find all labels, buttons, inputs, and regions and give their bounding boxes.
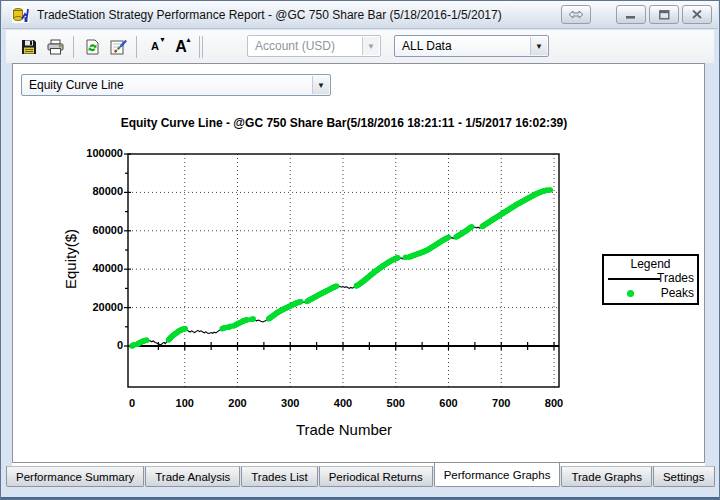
legend-line-sample (608, 278, 660, 280)
account-combo: Account (USD) ▼ (247, 35, 381, 57)
save-button[interactable] (16, 34, 42, 59)
minimize-button[interactable] (616, 5, 646, 24)
maximize-icon (659, 10, 670, 20)
data-interval-combo-value: ALL Data (402, 39, 452, 53)
y-tick-label: 80000 (63, 185, 123, 197)
window-bottom-frame (1, 497, 719, 499)
y-tick-label: 20000 (63, 301, 123, 313)
toolbar: A ▼ A ▲ Account (USD) ▼ ALL Data ▼ (6, 30, 714, 63)
save-icon (21, 39, 37, 55)
print-button[interactable] (42, 34, 68, 59)
tab-bar: Performance SummaryTrade AnalysisTrades … (6, 466, 715, 492)
x-tick-label: 100 (160, 397, 210, 409)
x-tick-label: 800 (529, 397, 579, 409)
toolbar-separator (199, 36, 200, 58)
y-tick-label: 60000 (63, 224, 123, 236)
x-tick-label: 400 (318, 397, 368, 409)
toolbar-separator (202, 36, 203, 58)
dock-button[interactable] (561, 5, 591, 24)
close-button[interactable] (682, 5, 712, 24)
maximize-button[interactable] (649, 5, 679, 24)
titlebar: TradeStation Strategy Performance Report… (2, 1, 718, 29)
graph-type-combo-value: Equity Curve Line (29, 78, 124, 92)
legend-dot-sample (627, 290, 634, 297)
x-tick-label: 700 (476, 397, 526, 409)
equity-curve-plot (128, 154, 559, 387)
arrow-down-icon: ▼ (159, 36, 166, 43)
legend-label: Peaks (661, 286, 694, 300)
data-interval-combo[interactable]: ALL Data ▼ (394, 35, 549, 57)
x-axis-label: Trade Number (244, 421, 444, 438)
edit-report-icon (110, 39, 127, 55)
tab-trades-list[interactable]: Trades List (241, 466, 317, 487)
chevron-down-icon: ▼ (362, 37, 379, 55)
printer-icon (47, 39, 64, 55)
chevron-down-icon: ▼ (312, 76, 329, 94)
window-title: TradeStation Strategy Performance Report… (37, 8, 502, 22)
toolbar-separator (73, 36, 74, 58)
x-tick-label: 600 (424, 397, 474, 409)
dock-arrows-icon (569, 10, 583, 19)
legend-label: Trades (657, 271, 694, 285)
app-icon (12, 6, 29, 23)
x-tick-label: 0 (107, 397, 157, 409)
x-tick-label: 500 (371, 397, 421, 409)
refresh-icon (85, 39, 100, 55)
graph-type-combo[interactable]: Equity Curve Line ▼ (21, 74, 331, 96)
chevron-down-icon: ▼ (530, 37, 547, 55)
tab-trade-analysis[interactable]: Trade Analysis (145, 466, 240, 487)
legend-title: Legend (604, 257, 697, 271)
close-icon (692, 10, 702, 19)
legend: Legend TradesPeaks (602, 254, 699, 305)
tab-performance-graphs[interactable]: Performance Graphs (434, 463, 561, 487)
x-tick-label: 300 (265, 397, 315, 409)
tradestation-window: TradeStation Strategy Performance Report… (0, 0, 720, 500)
x-tick-label: 200 (213, 397, 263, 409)
y-tick-label: 40000 (63, 262, 123, 274)
legend-item: Trades (604, 271, 697, 286)
decrease-font-button[interactable]: A ▼ (142, 34, 168, 59)
refresh-button[interactable] (79, 34, 105, 59)
arrow-up-icon: ▲ (185, 36, 192, 43)
legend-item: Peaks (604, 286, 697, 301)
window-controls (561, 5, 712, 24)
tab-trade-graphs[interactable]: Trade Graphs (561, 466, 652, 487)
customize-report-button[interactable] (105, 34, 131, 59)
tab-periodical-returns[interactable]: Periodical Returns (319, 466, 433, 487)
y-tick-label: 100000 (63, 147, 123, 159)
tab-settings[interactable]: Settings (653, 466, 715, 487)
chart-title: Equity Curve Line - @GC 750 Share Bar(5/… (64, 116, 624, 130)
increase-font-button[interactable]: A ▲ (168, 34, 194, 59)
minimize-icon (626, 10, 636, 19)
account-combo-value: Account (USD) (255, 39, 335, 53)
toolbar-separator (136, 36, 137, 58)
report-panel: Equity Curve Line ▼ Equity Curve Line - … (12, 63, 705, 463)
y-tick-label: 0 (63, 339, 123, 351)
decrease-font-icon: A (151, 41, 159, 52)
tab-performance-summary[interactable]: Performance Summary (6, 466, 144, 487)
